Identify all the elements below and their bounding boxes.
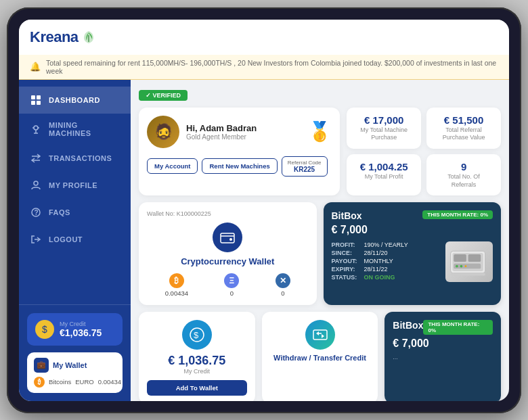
svg-rect-1 (37, 95, 41, 99)
stat-value-3: 9 (435, 161, 493, 173)
wallet-icon-big (213, 223, 242, 252)
faqs-label: FAQS (49, 208, 70, 216)
credit-amount-big: € 1,036.75 (147, 354, 247, 368)
dashboard-label: DASHBOARD (49, 96, 100, 104)
wallet-card: Wallet No: K100000225 Cryptocurrency Wal… (139, 202, 317, 305)
stat-card-3: 9 Total No. Of Referrals (426, 154, 501, 195)
stat-card-0: € 17,000 My Total Machine Purchase (347, 108, 421, 149)
sidebar-item-logout[interactable]: LOGOUT (19, 226, 131, 253)
sidebar-item-transactions[interactable]: TRANSACTIONS (19, 145, 131, 172)
stat-label-2: My Total Profit (355, 173, 413, 181)
my-account-button[interactable]: My Account (147, 158, 198, 174)
bitbox-card-1: BitBox THIS MONTH RATE: 0% € 7,000 PROFI… (324, 202, 502, 305)
credit-info: My Credit €1,036.75 (60, 321, 102, 338)
mining-icon (30, 123, 42, 135)
wallet-crypto-currency: EURO (75, 378, 93, 386)
logo-area: Kreana (30, 28, 96, 46)
stat-value-1: € 51,500 (435, 114, 493, 126)
logout-label: LOGOUT (49, 235, 83, 243)
sidebar-item-faqs[interactable]: ? FAQS (19, 199, 131, 226)
tablet-screen: Kreana 🔔 Total speed remaining for rent … (19, 20, 509, 401)
profile-member-type: Gold Agent Member (186, 133, 257, 141)
bitbox-card-2: BitBox THIS MONTH RATE: 0% € 7,000 ··· (384, 312, 501, 400)
transactions-icon (30, 152, 42, 164)
add-to-wallet-button[interactable]: Add To Wallet (147, 380, 247, 396)
crypto-row: ₿ 0.00434 Ξ 0 ✕ 0 (147, 273, 309, 297)
wallet-no: Wallet No: K100000225 (147, 210, 309, 217)
status-key: STATUS: (332, 274, 361, 281)
svg-point-5 (34, 181, 38, 185)
bitbox-rate-2: THIS MONTH RATE: 0% (423, 320, 493, 335)
credit-card-big: $ € 1,036.75 My Credit Add To Wallet (139, 312, 255, 400)
wallet-title: Cryptocurrency Wallet (147, 256, 309, 266)
wallet-crypto-label: Bitcoins (49, 378, 71, 386)
xrp-value: 0 (276, 289, 290, 297)
xrp-symbol: ✕ (276, 273, 290, 288)
wallet-crypto-row: ₿ Bitcoins EURO 0.00434 (34, 377, 116, 388)
profile-icon (30, 179, 42, 191)
sidebar-item-mining[interactable]: MINING MACHINES (19, 114, 131, 145)
mining-label: MINING MACHINES (49, 121, 120, 137)
profit-key: PROFIT: (332, 241, 361, 248)
logo-leaf-icon (81, 30, 96, 45)
sidebar-item-profile[interactable]: MY PROFILE (19, 172, 131, 199)
sidebar-nav: DASHBOARD MINING MACHINE (19, 80, 131, 304)
tablet-frame: Kreana 🔔 Total speed remaining for rent … (7, 7, 521, 413)
svg-rect-0 (31, 95, 35, 99)
profit-val: 190% / YEARLY (364, 241, 408, 248)
svg-rect-8 (221, 233, 234, 243)
row-3: $ € 1,036.75 My Credit Add To Wallet (139, 312, 501, 400)
wallet-no-label: Wallet No: (147, 210, 175, 217)
since-key: SINCE: (332, 250, 361, 256)
payout-key: PAYOUT: (332, 258, 361, 264)
stat-value-2: € 1,004.25 (355, 161, 413, 173)
bitbox-row-expiry: EXPIRY: 28/11/22 (332, 266, 441, 273)
btc-icon: ₿ (34, 377, 45, 388)
sidebar-bottom: $ My Credit €1,036.75 💼 My Wallet ₿ (19, 304, 131, 401)
svg-rect-12 (454, 254, 466, 262)
row-1: 🧔 Hi, Adam Badran Gold Agent Member 🥇 My… (139, 108, 501, 196)
bitbox-header-1: BitBox THIS MONTH RATE: 0% (332, 210, 493, 221)
referral-code-box: Referral Code KR225 (282, 156, 328, 177)
credit-label: My Credit (60, 321, 102, 327)
stat-label-3: Total No. Of Referrals (435, 173, 493, 189)
btc-value: 0.00434 (165, 289, 188, 297)
btc-symbol: ₿ (169, 273, 184, 288)
svg-rect-21 (313, 330, 327, 340)
sidebar: DASHBOARD MINING MACHINE (19, 80, 131, 401)
bitbox-price-1: € 7,000 (332, 224, 493, 236)
transfer-icon (305, 320, 335, 350)
stat-value-0: € 17,000 (355, 114, 413, 126)
svg-point-4 (34, 126, 38, 130)
bell-icon: 🔔 (30, 62, 41, 72)
svg-rect-3 (37, 101, 41, 105)
transfer-label: Withdraw / Transfer Credit (270, 354, 370, 362)
eth-value: 0 (224, 289, 239, 297)
profile-label: MY PROFILE (49, 181, 97, 189)
stat-label-1: Total Referral Purchase Value (435, 126, 493, 142)
svg-rect-18 (450, 273, 485, 276)
bitbox-row-profit: PROFIT: 190% / YEARLY (332, 241, 441, 248)
transfer-card: Withdraw / Transfer Credit (262, 312, 378, 400)
wallet-crypto-amount: 0.00434 (98, 378, 121, 386)
verified-badge: ✓ VERIFIED (139, 90, 188, 101)
faqs-icon: ? (30, 206, 42, 218)
logo-text: Kreana (30, 28, 79, 46)
wallet-icon-small: 💼 (34, 358, 49, 373)
profile-card: 🧔 Hi, Adam Badran Gold Agent Member 🥇 My… (139, 108, 340, 196)
transactions-label: TRANSACTIONS (49, 154, 112, 162)
bitbox-image-1 (445, 241, 493, 282)
stat-label-0: My Total Machine Purchase (355, 126, 413, 142)
rent-machines-button[interactable]: Rent New Machines (202, 158, 277, 174)
svg-point-15 (456, 264, 458, 267)
crypto-item-btc: ₿ 0.00434 (165, 273, 188, 297)
profile-info: Hi, Adam Badran Gold Agent Member (186, 123, 257, 141)
my-wallet-title: My Wallet (53, 361, 87, 369)
svg-point-9 (229, 238, 232, 241)
my-wallet-header: 💼 My Wallet (34, 358, 116, 373)
main-layout: DASHBOARD MINING MACHINE (19, 80, 509, 401)
referral-code-label: Referral Code (288, 160, 322, 166)
profile-name: Hi, Adam Badran (186, 123, 257, 133)
sidebar-item-dashboard[interactable]: DASHBOARD (19, 87, 131, 114)
bitbox-name-1: BitBox (332, 210, 362, 221)
